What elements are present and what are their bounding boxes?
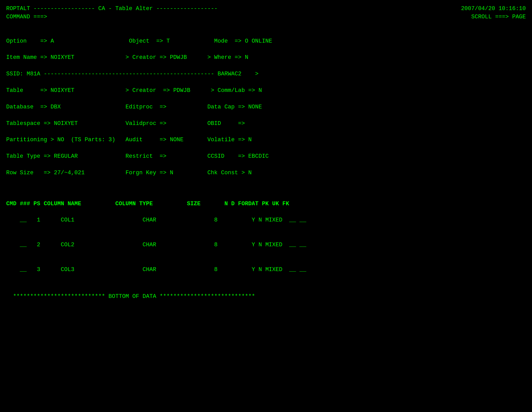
row3-cmd[interactable]: __ bbox=[20, 266, 34, 273]
itemname-row: Item Name => NOIXYET > Creator => PDWJB … bbox=[6, 45, 526, 62]
row1-cmd[interactable]: __ bbox=[20, 217, 34, 223]
header-left: ROPTALT ------------------ CA - Table Al… bbox=[6, 5, 218, 13]
database-row: Database => DBX Editproc => Data Cap => … bbox=[6, 95, 526, 111]
row2-name: COL2 bbox=[61, 242, 143, 248]
row2-uk[interactable]: __ bbox=[299, 242, 306, 248]
tablespace-row: Tablespace => NOIXYET Validproc => OBID … bbox=[6, 111, 526, 128]
row1-n: Y N MIXED bbox=[252, 217, 289, 223]
row3-num: 3 bbox=[34, 266, 61, 273]
header-bar: ROPTALT ------------------ CA - Table Al… bbox=[6, 5, 526, 13]
option-label: Option => A Object => T Mode => O ONLINE bbox=[6, 38, 272, 44]
row1-name: COL1 bbox=[61, 217, 143, 223]
row2-size: 8 bbox=[214, 242, 252, 248]
row3-uk[interactable]: __ bbox=[299, 266, 306, 273]
row1-pk[interactable]: __ bbox=[289, 217, 300, 223]
bottom-of-data: *************************** BOTTOM OF DA… bbox=[6, 284, 526, 301]
table-row: __ 3 COL3 CHAR 8 Y N MIXED __ __ bbox=[6, 257, 526, 282]
row1-num: 1 bbox=[34, 217, 61, 223]
column-table-header: CMD ### PS COLUMN NAME COLUMN TYPE SIZE … bbox=[6, 192, 526, 208]
command-input[interactable] bbox=[51, 14, 102, 20]
row2-cmd[interactable]: __ bbox=[20, 242, 34, 248]
ssid-label: SSID: M81A -----------------------------… bbox=[6, 71, 259, 77]
command-line: COMMAND ===> SCROLL ===> PAGE bbox=[6, 13, 526, 21]
row3-size: 8 bbox=[214, 266, 252, 273]
column-table-body: __ 1 COL1 CHAR 8 Y N MIXED __ __ __ 2 CO… bbox=[6, 208, 526, 282]
command-label: COMMAND ===> bbox=[6, 13, 102, 21]
ssid-row: SSID: M81A -----------------------------… bbox=[6, 62, 526, 78]
row1-size: 8 bbox=[214, 217, 252, 223]
table-row-info: Table => NOIXYET > Creator => PDWJB > Co… bbox=[6, 78, 526, 95]
row2-pk[interactable]: __ bbox=[289, 242, 300, 248]
tabletype-row: Table Type => REGULAR Restrict => CCSID … bbox=[6, 144, 526, 161]
row3-pk[interactable]: __ bbox=[289, 266, 300, 273]
rowsize-row: Row Size => 27/~4,021 Forgn Key => N Chk… bbox=[6, 161, 526, 177]
row2-num: 2 bbox=[34, 242, 61, 248]
table-row: __ 1 COL1 CHAR 8 Y N MIXED __ __ bbox=[6, 208, 526, 233]
row1-uk[interactable]: __ bbox=[299, 217, 306, 223]
itemname-label: Item Name => NOIXYET > Creator => PDWJB … bbox=[6, 54, 248, 61]
partitioning-row: Partitioning > NO (TS Parts: 3) Audit =>… bbox=[6, 128, 526, 144]
row3-type: CHAR bbox=[143, 266, 214, 273]
option-row: Option => A Object => T Mode => O ONLINE bbox=[6, 29, 526, 45]
scroll-label: SCROLL ===> PAGE bbox=[471, 13, 526, 21]
row2-type: CHAR bbox=[143, 242, 214, 248]
row3-name: COL3 bbox=[61, 266, 143, 273]
row3-n: Y N MIXED bbox=[252, 266, 289, 273]
header-datetime: 2007/04/20 10:16:10 bbox=[461, 5, 526, 13]
table-row: __ 2 COL2 CHAR 8 Y N MIXED __ __ bbox=[6, 233, 526, 257]
row1-type: CHAR bbox=[143, 217, 214, 223]
row2-n: Y N MIXED bbox=[252, 242, 289, 248]
